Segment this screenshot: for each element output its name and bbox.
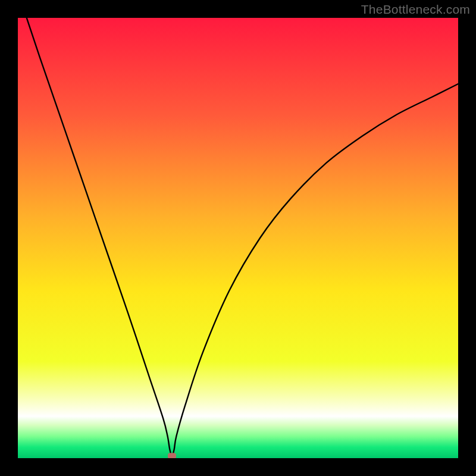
chart-frame: TheBottleneck.com [0, 0, 476, 476]
chart-svg [18, 18, 458, 458]
chart-marker [168, 453, 176, 458]
watermark-text: TheBottleneck.com [361, 2, 470, 17]
chart-background [18, 18, 458, 458]
chart-plot-area [18, 18, 458, 458]
